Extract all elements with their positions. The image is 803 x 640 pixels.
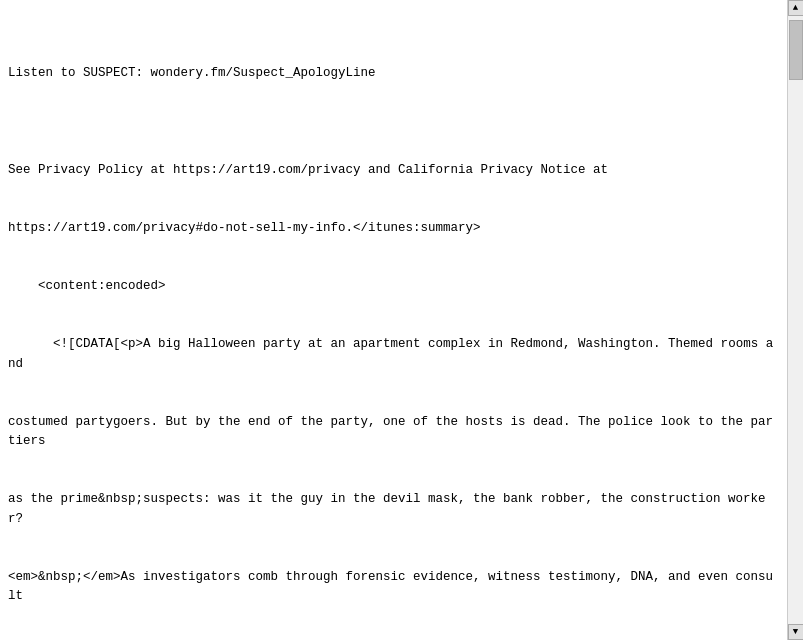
scrollbar-up-button[interactable]: ▲ [788,0,804,16]
line-7: costumed partygoers. But by the end of t… [8,415,773,448]
line-5: <content:encoded> [8,279,166,293]
scrollbar-thumb[interactable] [789,20,803,80]
line-3: See Privacy Policy at https://art19.com/… [8,163,608,177]
line-8: as the prime&nbsp;suspects: was it the g… [8,492,766,525]
xml-content-area[interactable]: Listen to SUSPECT: wondery.fm/Suspect_Ap… [0,0,783,640]
line-6: <![CDATA[<p>A big Halloween party at an … [8,337,773,370]
line-1: Listen to SUSPECT: wondery.fm/Suspect_Ap… [8,66,376,80]
scrollbar[interactable]: ▲ ▼ [787,0,803,640]
scrollbar-down-button[interactable]: ▼ [788,624,804,640]
code-block: Listen to SUSPECT: wondery.fm/Suspect_Ap… [8,45,775,640]
line-4: https://art19.com/privacy#do-not-sell-my… [8,221,481,235]
line-9: <em>&nbsp;</em>As investigators comb thr… [8,570,773,603]
